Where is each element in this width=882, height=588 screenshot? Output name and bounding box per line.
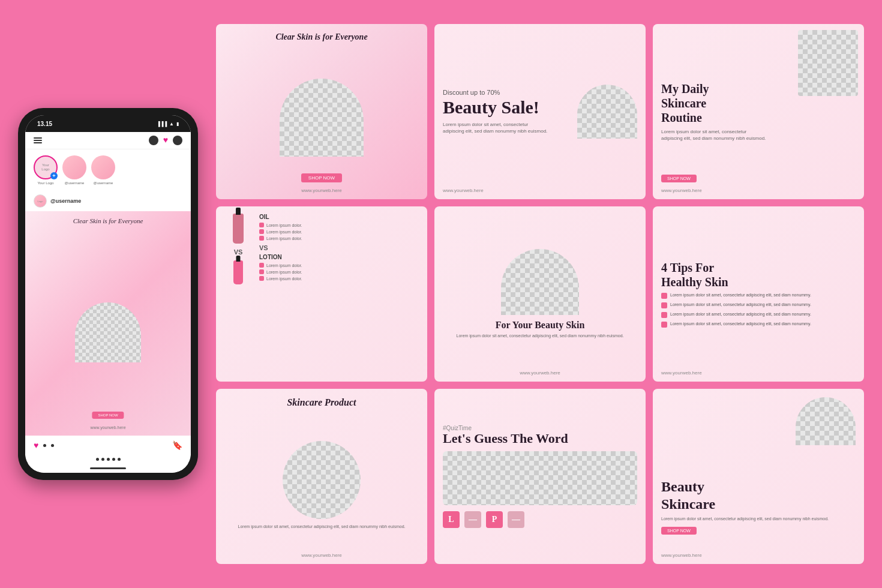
pink-dot-icon-3 xyxy=(259,236,264,241)
story-circle-1 xyxy=(62,155,86,179)
story-label-1: @username xyxy=(65,181,85,185)
share-icon[interactable] xyxy=(51,444,54,447)
card7-circle-image xyxy=(283,441,361,519)
card4-lotion-item-2: Lorem ipsum dolor. xyxy=(259,269,420,274)
nav-icons: ♥ xyxy=(149,136,182,145)
card2-checker-image xyxy=(577,85,637,139)
story-item-1[interactable]: @username xyxy=(62,155,86,185)
phone-status-icons: ▐▐▐ ▲ ▮ xyxy=(157,121,179,127)
card-skincare-product: Skincare Product Lorem ipsum dolor sit a… xyxy=(216,389,427,564)
card-clear-skin: Clear Skin is for Everyone SHOP NOW www.… xyxy=(216,24,427,199)
comment-icon[interactable] xyxy=(43,444,46,447)
card4-lotion-item-1: Lorem ipsum dolor. xyxy=(259,263,420,268)
card2-discount: Discount up to 70% xyxy=(443,89,550,96)
quiz-letter-l[interactable]: L xyxy=(443,511,460,528)
like-icon[interactable]: ♥ xyxy=(34,441,38,451)
phone-post-curved-text: Clear Skin is for Everyone xyxy=(73,217,143,224)
card4-bottle-area: VS xyxy=(223,214,253,284)
circle-icon-2 xyxy=(173,136,182,145)
card5-title: For Your Beauty Skin xyxy=(496,320,585,331)
card4-oil-item-3-text: Lorem ipsum dolor. xyxy=(266,236,302,241)
card3-shop-button[interactable]: SHOP NOW xyxy=(661,175,697,182)
card4-vs-divider: VS xyxy=(259,244,420,251)
phone-shop-btn[interactable]: SHOP NOW xyxy=(92,412,124,419)
card3-description: Lorem ipsum dolor sit amet, consectetur … xyxy=(661,128,768,142)
profile-row: Logo @username xyxy=(25,191,191,211)
card6-tip-2: Lorem ipsum dolor sit amet, consectetur … xyxy=(661,302,811,308)
dot-nav-2[interactable] xyxy=(101,458,104,461)
quiz-dash-1[interactable]: — xyxy=(464,511,481,528)
card-oil-vs-lotion: VS OIL Lorem ipsum dolor. Lorem ipsum do… xyxy=(216,206,427,382)
signal-icon: ▐▐▐ xyxy=(157,121,167,127)
card-beauty-skincare: Beauty Skincare Lorem ipsum dolor sit am… xyxy=(653,389,864,564)
card-beauty-sale: Discount up to 70% Beauty Sale! Lorem ip… xyxy=(434,24,646,199)
heart-icon[interactable]: ♥ xyxy=(163,136,168,145)
card1-curved-title: Clear Skin is for Everyone xyxy=(275,32,367,42)
card4-vs-label: VS xyxy=(234,248,243,256)
card9-arch-image xyxy=(796,397,856,445)
home-indicator xyxy=(25,463,191,473)
menu-icon[interactable] xyxy=(34,137,42,143)
card7-description: Lorem ipsum dolor sit amet, consectetur … xyxy=(238,524,406,530)
dot-nav-5[interactable] xyxy=(118,458,121,461)
card3-website: www.yourweb.here xyxy=(661,188,702,193)
card4-lotion-item-2-text: Lorem ipsum dolor. xyxy=(266,270,302,274)
card2-sale-title: Beauty Sale! xyxy=(443,98,550,116)
story-circle-logo: YourLogo + xyxy=(34,155,58,179)
card6-tip-3-text: Lorem ipsum dolor sit amet, consectetur … xyxy=(670,311,811,317)
story-item-logo[interactable]: YourLogo + Your Logo xyxy=(34,155,58,185)
stories-row: YourLogo + Your Logo @username @username xyxy=(25,149,191,191)
card4-oil-item-1: Lorem ipsum dolor. xyxy=(259,223,420,227)
card6-website: www.yourweb.here xyxy=(661,370,702,376)
card8-checker-image xyxy=(443,451,637,505)
phone-mockup: 13.15 ▐▐▐ ▲ ▮ ♥ xyxy=(18,108,198,480)
phone-post-footer: ♥ 🔖 xyxy=(25,436,191,455)
card1-website: www.yourweb.here xyxy=(301,188,342,193)
card3-title: My Daily Skincare Routine xyxy=(661,82,768,125)
card2-description: Lorem ipsum dolor sit amet, consectetur … xyxy=(443,121,550,134)
tip-box-icon-3 xyxy=(661,312,667,318)
pink-dot-icon-4 xyxy=(259,263,264,268)
card1-shop-button[interactable]: SHOP NOW xyxy=(301,173,342,182)
phone-post-website: www.yourweb.here xyxy=(90,425,125,430)
card7-website: www.yourweb.here xyxy=(301,553,342,558)
card6-title: 4 Tips For Healthy Skin xyxy=(661,260,728,289)
card-quiz-time: #QuizTime Let's Guess The Word L — P — xyxy=(434,389,646,564)
card4-oil-title: OIL xyxy=(259,214,420,220)
pink-dot-icon-2 xyxy=(259,229,264,234)
card9-description: Lorem ipsum dolor sit amet, consectetur … xyxy=(661,516,829,522)
card9-shop-button[interactable]: SHOP NOW xyxy=(661,527,697,535)
card5-website: www.yourweb.here xyxy=(520,370,560,376)
wifi-icon: ▲ xyxy=(169,121,174,127)
card-tips-healthy-skin: 4 Tips For Healthy Skin Lorem ipsum dolo… xyxy=(653,206,864,382)
card5-arch-image xyxy=(501,249,579,315)
story-item-2[interactable]: @username xyxy=(91,155,115,185)
profile-pic-small: Logo xyxy=(34,194,47,208)
card6-tip-2-text: Lorem ipsum dolor sit amet, consectetur … xyxy=(670,302,811,308)
post-dots-nav xyxy=(25,455,191,463)
card4-lotion-item-1-text: Lorem ipsum dolor. xyxy=(266,263,302,268)
card4-product-list: OIL Lorem ipsum dolor. Lorem ipsum dolor… xyxy=(259,214,420,283)
quiz-letter-p[interactable]: P xyxy=(486,511,503,528)
phone-frame: 13.15 ▐▐▐ ▲ ▮ ♥ xyxy=(18,108,198,480)
quiz-dash-2[interactable]: — xyxy=(508,511,524,528)
dot-nav-3[interactable] xyxy=(107,458,110,461)
dot-nav-4[interactable] xyxy=(112,458,115,461)
card8-title: Let's Guess The Word xyxy=(443,431,568,446)
card2-website: www.yourweb.here xyxy=(443,188,484,193)
card4-lotion-title: LOTION xyxy=(259,254,420,260)
card4-lotion-item-3: Lorem ipsum dolor. xyxy=(259,276,420,281)
dot-nav-1[interactable] xyxy=(96,458,99,461)
quiz-letters: L — P — xyxy=(443,511,524,528)
pink-dot-icon-5 xyxy=(259,269,264,274)
card4-lotion-bottle xyxy=(233,260,243,284)
phone-time: 13.15 xyxy=(37,121,52,127)
card4-lotion-item-3-text: Lorem ipsum dolor. xyxy=(266,277,302,281)
card6-tip-3: Lorem ipsum dolor sit amet, consectetur … xyxy=(661,311,811,318)
tip-box-icon-4 xyxy=(661,322,667,328)
bookmark-icon[interactable]: 🔖 xyxy=(172,440,182,451)
battery-icon: ▮ xyxy=(176,121,179,127)
card1-arch-image xyxy=(280,79,364,157)
card6-tip-1-text: Lorem ipsum dolor sit amet, consectetur … xyxy=(670,292,811,298)
cards-grid: Clear Skin is for Everyone SHOP NOW www.… xyxy=(216,24,864,564)
